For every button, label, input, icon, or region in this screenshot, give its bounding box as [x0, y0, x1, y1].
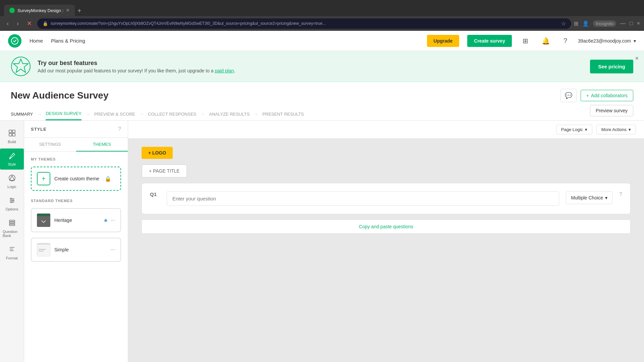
- banner-description: Add our most popular paid features to yo…: [38, 68, 235, 73]
- forward-button[interactable]: ›: [14, 19, 21, 28]
- format-label: Format: [6, 256, 18, 260]
- window-close-icon[interactable]: ×: [637, 20, 640, 26]
- user-menu[interactable]: 39ac6e23@moodjoy.com ▾: [578, 38, 636, 44]
- lock-icon: 🔒: [105, 176, 111, 182]
- themes-tab[interactable]: THEMES: [76, 138, 128, 152]
- user-email: 39ac6e23@moodjoy.com: [578, 38, 631, 44]
- style-label: Style: [8, 162, 16, 166]
- heritage-theme-card[interactable]: Heritage ★ ···: [31, 208, 121, 232]
- question-help-icon[interactable]: ?: [619, 191, 622, 197]
- question-bank-label: Question Bank: [3, 230, 21, 238]
- active-tab[interactable]: SurveyMonkey Design : ×: [4, 5, 75, 16]
- add-logo-button[interactable]: + LOGO: [142, 147, 173, 159]
- tab-design-survey[interactable]: DESIGN SURVEY: [46, 108, 82, 120]
- svg-point-0: [11, 38, 18, 44]
- tab-analyze-results[interactable]: ANALYZE RESULTS: [209, 108, 250, 120]
- style-panel-title: STYLE: [31, 127, 47, 132]
- tab-collect-responses[interactable]: COLLECT RESPONSES: [148, 108, 196, 120]
- page-logic-dropdown-icon: ▾: [585, 127, 587, 132]
- create-theme-card[interactable]: + Create custom theme 🔒: [31, 167, 121, 191]
- question-type-select[interactable]: Multiple Choice ▾: [566, 191, 612, 204]
- sidebar-item-logic[interactable]: Logic: [0, 171, 24, 192]
- banner-title: Try our best features: [38, 60, 235, 67]
- banner-close-icon[interactable]: ×: [635, 55, 639, 62]
- nav-plans-link[interactable]: Plans & Pricing: [51, 37, 85, 45]
- incognito-label: Incognito: [593, 20, 616, 27]
- upgrade-button[interactable]: Upgrade: [427, 35, 460, 47]
- format-icon: [8, 246, 16, 255]
- survey-title: New Audience Survey: [11, 90, 109, 101]
- build-label: Build: [8, 140, 16, 144]
- simple-preview: [37, 243, 50, 256]
- apps-icon[interactable]: ⊞: [520, 36, 531, 46]
- tab-favicon: [9, 8, 15, 13]
- notifications-icon[interactable]: 🔔: [539, 36, 553, 46]
- new-tab-button[interactable]: +: [75, 6, 84, 16]
- tab-close-btn[interactable]: ×: [66, 7, 69, 13]
- style-panel: STYLE ? SETTINGS THEMES MY THEMES + Crea…: [24, 121, 128, 362]
- preview-survey-button[interactable]: Preview survey: [590, 105, 633, 116]
- address-bar[interactable]: 🔒 surveymonkey.com/create/?sm=j1hguYxOpL…: [37, 18, 571, 29]
- top-nav: Home Plans & Pricing Upgrade Create surv…: [0, 31, 644, 51]
- simple-more-icon[interactable]: ···: [111, 247, 115, 253]
- paid-plan-link[interactable]: paid plan: [215, 68, 234, 73]
- svg-rect-5: [9, 133, 12, 136]
- more-actions-dropdown-icon: ▾: [629, 127, 631, 132]
- my-themes-section: MY THEMES: [24, 152, 128, 164]
- url-text: surveymonkey.com/create/?sm=j1hguYxOpLh0…: [51, 21, 558, 26]
- heritage-label: Heritage: [54, 218, 72, 223]
- logic-label: Logic: [7, 185, 16, 189]
- logo[interactable]: [8, 34, 21, 48]
- sidebar-item-build[interactable]: Build: [0, 126, 24, 147]
- copy-paste-questions-button[interactable]: Copy and paste questions: [142, 220, 631, 234]
- tab-present-results[interactable]: PRESENT RESULTS: [262, 108, 304, 120]
- profile-icon[interactable]: 👤: [582, 20, 589, 27]
- question-card-1: Q1 Multiple Choice ▾ ?: [142, 183, 631, 214]
- page-logic-button[interactable]: Page Logic ▾: [556, 125, 592, 134]
- svg-point-12: [10, 198, 12, 199]
- header-actions: 💬 + Add collaborators: [560, 89, 633, 102]
- help-icon[interactable]: ?: [561, 36, 570, 46]
- simple-label: Simple: [54, 247, 69, 252]
- sidebar-item-style[interactable]: Style: [0, 148, 24, 170]
- sidebar-item-format[interactable]: Format: [0, 242, 24, 263]
- sidebar-item-options[interactable]: Options: [0, 193, 24, 215]
- tab-title: SurveyMonkey Design :: [17, 8, 63, 13]
- svg-rect-6: [12, 133, 15, 136]
- maximize-icon[interactable]: □: [630, 20, 633, 26]
- create-survey-button[interactable]: Create survey: [467, 35, 512, 47]
- comments-button[interactable]: 💬: [560, 89, 577, 102]
- star-icon[interactable]: ☆: [561, 20, 566, 27]
- svg-marker-8: [10, 176, 14, 180]
- question-input[interactable]: [167, 191, 559, 206]
- reload-button[interactable]: ✕: [24, 18, 35, 28]
- promo-banner: Try our best features Add our most popul…: [0, 51, 644, 82]
- settings-tab[interactable]: SETTINGS: [24, 138, 76, 152]
- svg-rect-3: [9, 130, 12, 133]
- tab-preview-score[interactable]: PREVIEW & SCORE: [94, 108, 135, 120]
- sidebar-item-question-bank[interactable]: Question Bank: [0, 216, 24, 241]
- question-number: Q1: [150, 191, 160, 197]
- banner-content: Try our best features Add our most popul…: [38, 60, 235, 73]
- style-panel-header: STYLE ?: [24, 121, 128, 138]
- style-panel-help-icon[interactable]: ?: [118, 126, 121, 132]
- nav-home-link[interactable]: Home: [30, 37, 43, 45]
- canvas-body: + LOGO + PAGE TITLE Q1 Multiple Choice ▾…: [128, 139, 644, 242]
- see-pricing-button[interactable]: See pricing: [590, 60, 633, 73]
- heritage-more-icon[interactable]: ···: [111, 217, 115, 223]
- add-collaborators-button[interactable]: + Add collaborators: [581, 90, 633, 101]
- question-bank-icon: [8, 219, 16, 228]
- svg-rect-4: [12, 130, 15, 133]
- extensions-icon[interactable]: ⊞: [574, 20, 578, 27]
- more-actions-button[interactable]: More Actions ▾: [596, 125, 636, 134]
- survey-canvas: Page Logic ▾ More Actions ▾ + LOGO + PAG…: [128, 121, 644, 362]
- svg-point-14: [11, 201, 12, 203]
- style-icon: [8, 152, 16, 161]
- tab-summary[interactable]: SUMMARY: [11, 108, 33, 120]
- progress-tabs: SUMMARY → DESIGN SURVEY → PREVIEW & SCOR…: [0, 102, 644, 121]
- minimize-icon[interactable]: —: [620, 20, 626, 26]
- back-button[interactable]: ‹: [4, 19, 11, 28]
- user-dropdown-icon: ▾: [634, 38, 636, 44]
- add-page-title-button[interactable]: + PAGE TITLE: [142, 164, 187, 178]
- simple-theme-card[interactable]: Simple ···: [31, 238, 121, 262]
